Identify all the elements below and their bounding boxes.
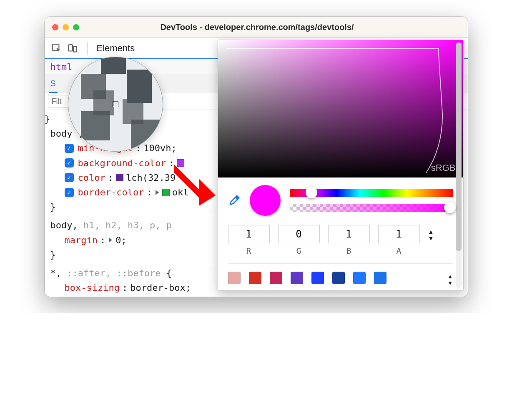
devtools-window: DevTools - developer.chrome.com/tags/dev… [45, 17, 468, 297]
svg-rect-1 [68, 45, 73, 51]
channel-r-label: R [246, 246, 251, 256]
channel-r-input[interactable] [228, 225, 270, 243]
titlebar: DevTools - developer.chrome.com/tags/dev… [45, 17, 468, 38]
hue-slider[interactable] [290, 189, 453, 197]
close-icon[interactable] [52, 24, 58, 30]
device-toggle-icon[interactable] [65, 41, 80, 55]
channel-g-label: G [296, 246, 301, 256]
eyedropper-magnifier [68, 57, 163, 152]
zoom-icon[interactable] [73, 24, 79, 30]
palette-swatch[interactable] [311, 272, 324, 284]
palette-swatch[interactable] [291, 272, 303, 284]
palette-swatch[interactable] [374, 272, 387, 284]
traffic-lights [52, 24, 79, 30]
color-swatch[interactable] [162, 189, 170, 196]
callout-arrow-icon [170, 160, 220, 208]
channel-inputs: R G B A ▲ ▼ [228, 225, 453, 256]
tab-elements[interactable]: Elements [93, 38, 138, 58]
channel-g-input[interactable] [278, 225, 320, 243]
slider-knob[interactable] [444, 202, 456, 213]
expand-icon[interactable] [156, 190, 159, 195]
eyedropper-icon[interactable] [228, 194, 241, 207]
palette-stepper[interactable]: ▲ ▼ [447, 273, 453, 286]
color-preview [250, 185, 281, 216]
crosshair-icon [113, 102, 118, 107]
gamut-boundary [218, 40, 463, 178]
checkbox-icon[interactable]: ✓ [65, 188, 74, 197]
separator [87, 42, 88, 55]
palette-swatch[interactable] [270, 272, 282, 284]
channel-a-label: A [396, 246, 401, 256]
window-title: DevTools - developer.chrome.com/tags/dev… [79, 22, 435, 32]
color-spectrum[interactable]: sRGB [218, 40, 463, 178]
color-picker: sRGB [218, 40, 464, 291]
checkbox-icon[interactable]: ✓ [65, 158, 74, 168]
palette-swatch[interactable] [249, 272, 261, 284]
palette: ▲ ▼ [228, 263, 453, 286]
chevron-down-icon[interactable]: ▼ [447, 280, 453, 286]
selector[interactable]: body [50, 128, 73, 139]
slider-knob[interactable] [306, 187, 317, 198]
palette-swatch[interactable] [228, 272, 241, 284]
inspect-icon[interactable] [50, 41, 64, 55]
channel-b-label: B [346, 246, 351, 256]
chevron-down-icon[interactable]: ▼ [428, 235, 434, 242]
minimize-icon[interactable] [63, 24, 69, 30]
color-swatch[interactable] [116, 174, 123, 181]
palette-swatch[interactable] [332, 272, 345, 284]
gamut-label: sRGB [431, 162, 456, 173]
checkbox-icon[interactable]: ✓ [65, 144, 74, 153]
tab-styles[interactable]: S [49, 75, 58, 93]
svg-rect-2 [73, 46, 77, 52]
chevron-up-icon[interactable]: ▲ [428, 228, 434, 235]
expand-icon[interactable] [109, 238, 112, 242]
chevron-up-icon[interactable]: ▲ [447, 273, 453, 280]
channel-a-input[interactable] [378, 225, 420, 243]
channel-b-input[interactable] [328, 225, 370, 243]
checkbox-icon[interactable]: ✓ [65, 173, 74, 182]
alpha-slider[interactable] [290, 204, 453, 212]
palette-swatch[interactable] [353, 272, 366, 284]
format-stepper[interactable]: ▲ ▼ [428, 228, 434, 242]
